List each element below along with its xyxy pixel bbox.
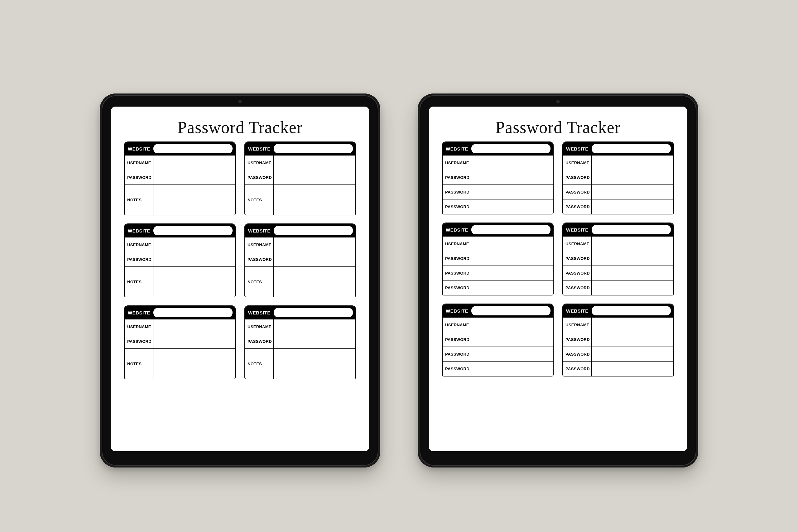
notes-label: NOTES <box>125 185 153 215</box>
notes-input[interactable] <box>153 185 235 215</box>
row-password: PASSWORD <box>443 199 553 214</box>
row-password: PASSWORD <box>245 252 355 266</box>
password-input[interactable] <box>153 252 235 266</box>
password-input[interactable] <box>153 334 235 348</box>
username-input[interactable] <box>153 320 235 334</box>
username-input[interactable] <box>592 318 673 332</box>
username-input[interactable] <box>274 238 355 252</box>
password-input[interactable] <box>592 200 673 214</box>
notes-input[interactable] <box>274 349 355 379</box>
username-input[interactable] <box>153 238 235 252</box>
password-input[interactable] <box>274 252 355 266</box>
password-label: PASSWORD <box>245 334 274 348</box>
card-header: WEBSITE <box>245 224 355 237</box>
row-username: USERNAME <box>443 155 553 170</box>
password-input[interactable] <box>471 362 553 376</box>
password-label: PASSWORD <box>563 281 592 295</box>
website-input[interactable] <box>592 306 671 316</box>
password-input[interactable] <box>471 200 553 214</box>
password-input[interactable] <box>592 185 673 199</box>
row-password: PASSWORD <box>563 332 673 346</box>
username-input[interactable] <box>274 320 355 334</box>
tablet-right: Password Tracker WEBSITE USERNAME PASSWO… <box>418 94 698 468</box>
password-input[interactable] <box>592 251 673 266</box>
website-input[interactable] <box>471 144 551 153</box>
password-input[interactable] <box>592 170 673 185</box>
username-input[interactable] <box>592 155 673 170</box>
username-input[interactable] <box>153 155 235 170</box>
password-label: PASSWORD <box>443 362 471 376</box>
password-input[interactable] <box>471 332 553 346</box>
password-input[interactable] <box>471 281 553 295</box>
row-notes: NOTES <box>245 266 355 297</box>
row-password: PASSWORD <box>245 334 355 348</box>
password-label: PASSWORD <box>563 200 592 214</box>
website-input[interactable] <box>274 226 353 235</box>
password-card: WEBSITE USERNAME PASSWORD NOTES <box>244 305 356 379</box>
password-input[interactable] <box>592 332 673 346</box>
website-label: WEBSITE <box>446 146 468 151</box>
password-label: PASSWORD <box>245 252 274 266</box>
row-password: PASSWORD <box>563 266 673 280</box>
row-password: PASSWORD <box>563 199 673 214</box>
password-input[interactable] <box>592 347 673 361</box>
website-input[interactable] <box>153 226 232 235</box>
card-grid: WEBSITE USERNAME PASSWORD PASSWORD PASSW… <box>442 141 674 377</box>
website-label: WEBSITE <box>446 308 468 314</box>
camera-icon <box>238 100 242 103</box>
username-input[interactable] <box>471 236 553 251</box>
website-label: WEBSITE <box>248 228 270 233</box>
row-username: USERNAME <box>125 155 235 170</box>
website-input[interactable] <box>274 144 353 153</box>
password-input[interactable] <box>153 170 235 185</box>
password-label: PASSWORD <box>443 170 471 185</box>
card-header: WEBSITE <box>563 142 673 155</box>
row-password: PASSWORD <box>125 252 235 266</box>
password-label: PASSWORD <box>443 251 471 266</box>
password-input[interactable] <box>274 170 355 185</box>
password-input[interactable] <box>471 266 553 280</box>
website-input[interactable] <box>471 225 551 234</box>
website-input[interactable] <box>274 308 353 317</box>
notes-input[interactable] <box>153 349 235 379</box>
row-password: PASSWORD <box>563 251 673 266</box>
password-input[interactable] <box>471 251 553 266</box>
page-title: Password Tracker <box>442 118 674 137</box>
card-header: WEBSITE <box>125 142 235 155</box>
password-input[interactable] <box>274 334 355 348</box>
website-label: WEBSITE <box>248 310 270 316</box>
password-input[interactable] <box>592 266 673 280</box>
website-input[interactable] <box>592 225 671 234</box>
password-input[interactable] <box>471 185 553 199</box>
password-label: PASSWORD <box>563 251 592 266</box>
row-username: USERNAME <box>443 236 553 251</box>
website-input[interactable] <box>471 306 551 316</box>
website-input[interactable] <box>592 144 671 153</box>
website-label: WEBSITE <box>566 146 589 151</box>
password-input[interactable] <box>471 170 553 185</box>
notes-label: NOTES <box>245 349 274 379</box>
notes-input[interactable] <box>274 267 355 297</box>
password-label: PASSWORD <box>443 185 471 199</box>
row-password: PASSWORD <box>125 334 235 348</box>
username-input[interactable] <box>274 155 355 170</box>
website-label: WEBSITE <box>248 146 270 151</box>
card-header: WEBSITE <box>245 306 355 319</box>
password-input[interactable] <box>592 281 673 295</box>
row-password: PASSWORD <box>563 346 673 361</box>
password-card: WEBSITE USERNAME PASSWORD PASSWORD PASSW… <box>442 223 554 296</box>
password-input[interactable] <box>471 347 553 361</box>
password-label: PASSWORD <box>563 266 592 280</box>
username-input[interactable] <box>471 155 553 170</box>
password-input[interactable] <box>592 362 673 376</box>
page-title: Password Tracker <box>124 118 356 137</box>
row-notes: NOTES <box>125 266 235 297</box>
notes-label: NOTES <box>125 267 153 297</box>
notes-input[interactable] <box>274 185 355 215</box>
website-input[interactable] <box>153 308 232 317</box>
username-input[interactable] <box>592 236 673 251</box>
username-input[interactable] <box>471 318 553 332</box>
password-card: WEBSITE USERNAME PASSWORD PASSWORD PASSW… <box>442 141 554 214</box>
notes-input[interactable] <box>153 267 235 297</box>
website-input[interactable] <box>153 144 232 153</box>
